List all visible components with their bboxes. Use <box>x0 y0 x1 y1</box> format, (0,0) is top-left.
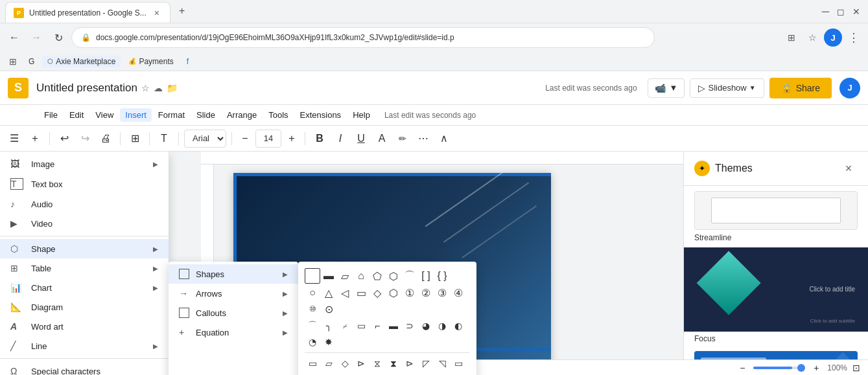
insert-line[interactable]: ╱ Line ▶ <box>0 336 169 356</box>
toolbar-add-btn[interactable]: + <box>26 130 44 148</box>
themes-close-button[interactable]: × <box>839 159 858 177</box>
insert-image[interactable]: 🖼 Image ▶ <box>0 154 169 174</box>
fit-screen-icon[interactable]: ⊡ <box>852 363 860 373</box>
close-window-icon[interactable]: ✕ <box>850 4 863 19</box>
url-bar[interactable]: 🔒 docs.google.com/presentation/d/19jOgE9… <box>71 27 655 48</box>
active-tab[interactable]: P Untitled presentation - Google S... × <box>5 2 170 23</box>
s311[interactable]: ◔ <box>305 334 320 350</box>
tab-close-icon[interactable]: × <box>152 8 162 18</box>
insert-video[interactable]: ▶ Video <box>0 214 169 233</box>
shape-hex2[interactable]: ⬡ <box>386 285 401 301</box>
s31[interactable]: ⌒ <box>305 318 320 334</box>
bookmark-payments[interactable]: 💰 Payments <box>123 56 178 67</box>
shape-num2[interactable]: ② <box>418 285 434 301</box>
s412[interactable]: ▽ <box>321 372 336 375</box>
s49[interactable]: ◹ <box>434 356 450 371</box>
user-avatar[interactable]: J <box>839 78 860 98</box>
toolbar-more[interactable]: ⊞ <box>126 130 144 148</box>
s37[interactable]: ⊃ <box>402 318 417 334</box>
toolbar-underline[interactable]: U <box>352 130 370 148</box>
menu-item-file[interactable]: File <box>39 108 63 122</box>
bookmark-google[interactable]: G <box>23 56 40 67</box>
shape-sub-shapes[interactable]: Shapes ▶ <box>169 264 298 284</box>
shape-rounded-rect[interactable]: ▬ <box>321 268 336 284</box>
star-title-icon[interactable]: ☆ <box>141 83 150 93</box>
shape-num1[interactable]: ① <box>402 285 417 301</box>
toolbar-print[interactable]: 🖨 <box>97 130 115 148</box>
toolbar-format[interactable]: T <box>155 130 173 148</box>
menu-item-edit[interactable]: Edit <box>64 108 89 122</box>
star-icon[interactable]: ☆ <box>803 28 821 47</box>
s36[interactable]: ▬ <box>386 318 401 334</box>
shape-parallelogram[interactable]: ▱ <box>337 268 353 284</box>
s34[interactable]: ▭ <box>353 318 369 334</box>
s310[interactable]: ◐ <box>451 318 466 334</box>
menu-item-slide[interactable]: Slide <box>191 108 220 122</box>
folder-icon[interactable]: 📁 <box>167 83 178 93</box>
s46[interactable]: ⧗ <box>386 356 401 371</box>
shape-triangle[interactable]: △ <box>321 285 336 301</box>
share-button[interactable]: 🔒 Share <box>769 78 832 98</box>
shape-circle[interactable]: ○ <box>305 285 320 301</box>
menu-item-arrange[interactable]: Arrange <box>222 108 262 122</box>
menu-item-view[interactable]: View <box>90 108 119 122</box>
cloud-icon[interactable]: ☁ <box>154 83 163 93</box>
toolbar-undo[interactable]: ↩ <box>55 130 73 148</box>
slideshow-button[interactable]: ▷ Slideshow ▼ <box>690 78 764 98</box>
zoom-out-btn[interactable]: − <box>736 362 748 374</box>
meet-button[interactable]: 📹 ▼ <box>648 78 685 98</box>
shape-left-triangle[interactable]: ◁ <box>337 285 353 301</box>
shape-diamond[interactable]: ⬠ <box>369 268 385 284</box>
insert-special[interactable]: Ω Special characters <box>0 361 169 375</box>
font-size-decrease[interactable]: − <box>237 131 253 146</box>
shape-sub-equation[interactable]: + Equation ▶ <box>169 323 298 342</box>
insert-wordart[interactable]: A Word art <box>0 317 169 336</box>
s42[interactable]: ▱ <box>321 356 336 371</box>
shape-rect[interactable] <box>305 268 320 284</box>
insert-chart[interactable]: 📊 Chart ▶ <box>0 278 169 297</box>
toolbar-bold[interactable]: B <box>311 130 329 148</box>
menu-item-tools[interactable]: Tools <box>263 108 293 122</box>
s41[interactable]: ▭ <box>305 356 320 371</box>
shape-sub-callouts[interactable]: Callouts ▶ <box>169 303 298 323</box>
s410[interactable]: ▭ <box>451 356 466 371</box>
shape-num3[interactable]: ③ <box>434 285 450 301</box>
shape-hex[interactable]: ⬡ <box>386 268 401 284</box>
shape-rect2[interactable]: ▭ <box>353 285 369 301</box>
insert-shape[interactable]: ⬡ Shape ▶ <box>0 239 169 258</box>
shape-diamond2[interactable]: ◇ <box>369 285 385 301</box>
toolbar-collapse[interactable]: ∧ <box>435 130 453 148</box>
s35[interactable]: ⌐ <box>369 318 385 334</box>
font-family-select[interactable]: Arial <box>184 130 226 148</box>
app-title[interactable]: Untitled presentation <box>36 82 137 95</box>
shape-num10[interactable]: ⑩ <box>305 301 320 317</box>
shape-sub-arrows[interactable]: → Arrows ▶ <box>169 284 298 303</box>
insert-diagram[interactable]: 📐 Diagram <box>0 297 169 317</box>
maximize-icon[interactable]: ◻ <box>834 4 847 19</box>
reload-button[interactable]: ↻ <box>49 28 67 47</box>
shape-num4[interactable]: ④ <box>451 285 466 301</box>
fb-bookmark[interactable]: f <box>182 56 194 67</box>
s39[interactable]: ◑ <box>434 318 450 334</box>
bookmark-axie[interactable]: ⬡ Axie Marketplace <box>42 56 121 67</box>
shape-bracket[interactable]: [ ] <box>418 268 434 284</box>
back-button[interactable]: ← <box>5 28 23 47</box>
shape-target[interactable]: ⊙ <box>321 301 336 317</box>
insert-textbox[interactable]: T Text box <box>0 174 169 194</box>
forward-button[interactable]: → <box>27 28 45 47</box>
s43[interactable]: ◇ <box>337 356 353 371</box>
insert-table[interactable]: ⊞ Table ▶ <box>0 258 169 278</box>
menu-item-format[interactable]: Format <box>153 108 190 122</box>
s312[interactable]: ✸ <box>321 334 336 350</box>
theme-streamline[interactable]: Streamline <box>684 186 868 247</box>
new-tab-button[interactable]: + <box>173 2 191 20</box>
more-options-icon[interactable]: ⋮ <box>845 28 863 47</box>
toolbar-more-options[interactable]: ⋯ <box>414 130 432 148</box>
s44[interactable]: ⊳ <box>353 356 369 371</box>
menu-item-insert[interactable]: Insert <box>120 108 152 122</box>
shape-brace[interactable]: { } <box>434 268 450 284</box>
s411[interactable]: ◁ <box>305 372 320 375</box>
font-size-increase[interactable]: + <box>284 131 299 146</box>
s45[interactable]: ⧖ <box>369 356 385 371</box>
toolbar-highlight[interactable]: ✏ <box>393 130 412 148</box>
